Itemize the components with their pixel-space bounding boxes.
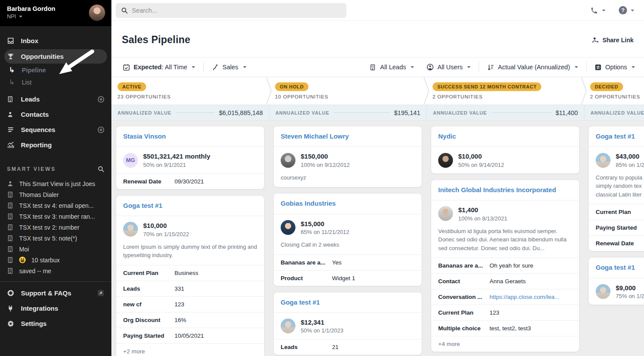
column-annualized-value-bar: ANNUALIZED VALUE $11,400 [426,105,584,121]
help-menu[interactable]: ? [619,6,634,14]
opportunity-field-row: new cf 123 [116,296,264,312]
opportunity-card[interactable]: Gobias Industries $15,000 65% on 11/21/2… [273,193,422,286]
show-more[interactable]: +2 more [116,343,264,356]
sidebar-item-label: List [22,79,32,86]
opportunity-card[interactable]: Goga test #1 $12,341 50% on 1/1/2023 Lea… [273,292,422,356]
filter-expected[interactable]: Expected: All Time [123,64,195,71]
building-icon [7,96,15,102]
opportunity-card[interactable]: Stasia Vinson MG $501,321,421 monthly 50… [116,126,265,190]
filter-sort-actual-value[interactable]: Actual Value (Annualized) [487,64,578,71]
smart-view-item[interactable]: TSX test sv 2: number [0,222,111,233]
help-icon: ? [619,6,627,14]
sidebar-item-inbox[interactable]: Inbox [0,33,111,48]
search-input[interactable] [132,7,341,14]
opportunity-link[interactable]: Initech Global Industries Incorporated [431,180,579,200]
opportunity-link[interactable]: Nydic [431,126,579,147]
opportunity-summary: $150,000 100% on 9/12/2012 [274,147,422,173]
search-box[interactable] [116,3,346,18]
user-name: Barbara Gordon [7,5,89,12]
field-value-link[interactable]: https://app.close.com/lea... [490,294,560,300]
opportunity-value: $10,000 [458,152,504,161]
filter-sales-pipeline[interactable]: Sales [211,64,246,71]
opportunity-card[interactable]: Goga test #1 $9,000 75% on 1/24 [588,257,644,305]
topbar: ? [111,0,644,21]
sidebar-item-opportunities[interactable]: Opportunities [4,49,107,64]
smart-view-label: TSX test sv 4: email open... [19,202,94,209]
opportunity-field-row: Paying Started [589,220,644,235]
smart-view-item[interactable]: 10 starbux [0,254,111,265]
annualized-value-label: ANNUALIZED VALUE [275,110,329,115]
opportunity-link[interactable]: Goga test #1 [589,258,644,278]
field-label: Paying Started [596,224,644,231]
building-icon [7,191,13,198]
sidebar-item-pipeline[interactable]: ↳Pipeline [0,64,111,76]
opportunity-confidence: 100% on 9/12/2012 [301,162,350,168]
user-info: Barbara Gordon NPI [7,4,89,20]
sidebar-item-integrations[interactable]: Integrations [0,301,111,316]
opportunity-summary: $1,400 100% on 8/13/2021 [431,200,579,227]
sidebar-item-label: Opportunities [21,53,64,60]
opportunity-link[interactable]: Stasia Vinson [116,126,264,147]
sidebar-item-sequences[interactable]: Sequences [0,122,111,137]
smart-view-item[interactable]: TSX test sv 5: note(*) [0,233,111,244]
opportunity-field-row: Renewal Date [589,235,644,251]
chevron-down-icon [631,9,634,12]
page-header: Sales Pipeline Share Link [111,21,644,57]
sidebar-item-list[interactable]: ↳List [0,77,111,88]
filter-all-leads[interactable]: All Leads [369,64,415,71]
opportunity-field-row: Bananas are a... Yes [274,254,422,270]
filter-label: All Leads [380,64,406,71]
filter-all-users[interactable]: All Users [426,63,471,71]
annualized-value-amount: $195,141 [394,109,420,116]
sidebar-item-contacts[interactable]: Contacts [0,107,111,122]
smart-view-item[interactable]: saved -- me [0,265,111,276]
opportunity-field-row: Multiple choice test, test2, test3 [431,320,579,336]
sidebar-item-reporting[interactable]: Reporting [0,137,111,153]
filter-label: Actual Value (Annualized) [498,64,570,71]
opportunity-card[interactable]: Nydic $10,000 50% on 9/14/2012 [431,126,580,174]
column-cards: Stasia Vinson MG $501,321,421 monthly 50… [111,121,269,356]
opportunity-card[interactable]: Initech Global Industries Incorporated $… [431,180,580,352]
show-more[interactable]: +4 more [431,336,579,352]
opportunity-card[interactable]: Goga test #1 $10,000 70% on 1/15/2022 Lo… [116,195,265,356]
avatar: MG [123,153,138,168]
smart-view-label: Thomas Dialer [19,191,59,198]
smart-view-item[interactable]: Thomas Dialer [0,189,111,200]
opportunity-link[interactable]: Gobias Industries [274,193,422,214]
smart-views-list: This Smart View is just JoesThomas Diale… [0,178,111,276]
opportunity-link[interactable]: Goga test #1 [116,196,264,216]
opportunity-field-row: Org Discount 16% [116,312,264,328]
opportunity-link[interactable]: Goga test #1 [274,292,422,313]
opportunity-card[interactable]: Goga test #1 $43,000 85% on 1/24 Contrar… [588,126,644,251]
main-area: ? Sales Pipeline Share Link Expected: Al… [111,0,644,356]
grinning-emoji-icon [19,257,26,263]
opportunity-link[interactable]: Goga test #1 [589,126,644,147]
user-avatar[interactable] [89,4,105,21]
add-icon[interactable] [97,126,104,133]
smart-view-item[interactable]: TSX test sv 4: email open... [0,200,111,211]
filter-options[interactable]: Options [594,64,635,71]
share-link-button[interactable]: Share Link [592,37,634,44]
search-icon[interactable] [97,166,104,173]
avatar [438,206,453,221]
sidebar-item-support[interactable]: Support & FAQs [0,285,111,301]
column-status-pill: SUCCESS SEND 12 MONTH CONTRACT [433,82,541,91]
user-block[interactable]: Barbara Gordon NPI [0,0,111,26]
filter-right-group: All LeadsAll UsersActual Value (Annualiz… [369,62,635,72]
opportunity-card[interactable]: Steven Michael Lowry $150,000 100% on 9/… [273,126,422,187]
phone-menu[interactable] [590,7,606,14]
add-icon[interactable] [97,96,104,103]
building-icon [7,246,13,252]
opportunity-field-row: Leads 331 [116,281,264,296]
filter-label-bold: Expected [134,64,161,71]
smart-views-header: SMART VIEWS [0,166,111,173]
org-switcher[interactable]: NPI [7,14,89,20]
sidebar-item-settings[interactable]: Settings [0,316,111,331]
smart-view-item[interactable]: This Smart View is just Joes [0,178,111,189]
field-label: Paying Started [123,332,174,339]
building-icon [7,235,13,241]
opportunity-link[interactable]: Steven Michael Lowry [274,126,422,147]
smart-view-item[interactable]: TSX test sv 3: number ran... [0,211,111,222]
smart-view-item[interactable]: Moi [0,244,111,254]
sidebar-item-leads[interactable]: Leads [0,92,111,107]
